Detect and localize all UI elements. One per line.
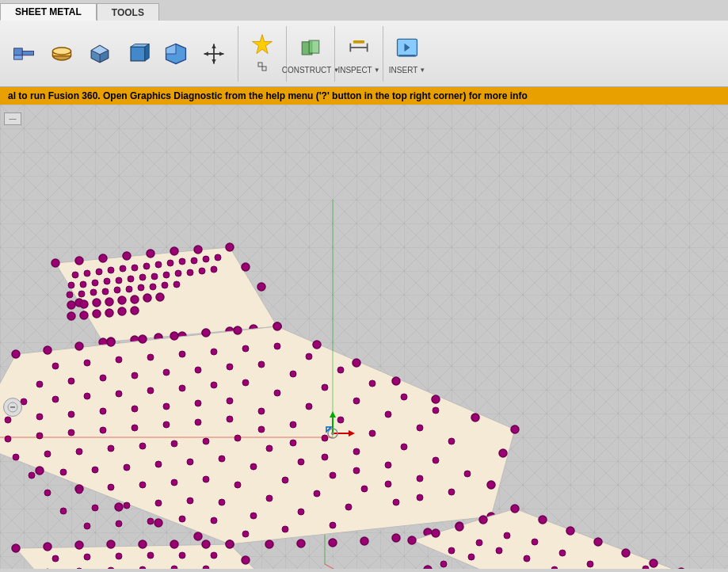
svg-point-147 <box>52 363 59 369</box>
svg-point-89 <box>211 266 217 273</box>
svg-point-213 <box>290 440 296 446</box>
svg-point-297 <box>171 566 177 569</box>
svg-point-240 <box>314 490 320 497</box>
svg-point-235 <box>155 461 162 467</box>
toolbar: SHEET METAL TOOLS <box>0 0 728 87</box>
box-icon <box>86 40 114 68</box>
svg-point-108 <box>67 312 75 320</box>
svg-point-173 <box>448 438 455 444</box>
inspect-button[interactable]: INSPECT ▼ <box>341 32 376 76</box>
svg-point-254 <box>124 502 130 509</box>
svg-point-78 <box>80 281 86 288</box>
svg-point-204 <box>5 436 11 442</box>
svg-rect-29 <box>353 40 364 44</box>
assemble-star-button[interactable] <box>245 32 280 76</box>
svg-point-219 <box>44 451 51 457</box>
svg-point-275 <box>242 556 250 564</box>
svg-point-288 <box>84 554 90 560</box>
svg-point-83 <box>139 274 146 280</box>
svg-marker-18 <box>212 59 215 63</box>
svg-marker-17 <box>212 44 215 48</box>
svg-point-211 <box>227 416 233 422</box>
svg-point-113 <box>131 307 139 315</box>
svg-point-104 <box>118 296 126 304</box>
panel-toggle-icon: — <box>10 115 17 123</box>
svg-point-171 <box>385 411 391 418</box>
svg-point-164 <box>163 369 170 376</box>
panel-toggle-button[interactable]: — <box>4 112 21 125</box>
svg-point-143 <box>115 503 123 511</box>
svg-point-343 <box>524 555 530 562</box>
tab-tools[interactable]: TOOLS <box>97 3 159 21</box>
svg-point-123 <box>273 322 281 330</box>
sep4 <box>383 26 383 82</box>
construct-button[interactable]: CONSTRUCT ▼ <box>293 32 328 76</box>
svg-rect-1 <box>22 51 33 55</box>
svg-point-112 <box>118 307 126 315</box>
flange-icon <box>10 40 38 68</box>
svg-point-237 <box>219 456 225 462</box>
svg-point-139 <box>265 540 273 548</box>
svg-point-274 <box>226 540 234 548</box>
svg-point-53 <box>257 283 265 291</box>
svg-point-96 <box>138 284 144 291</box>
svg-point-110 <box>93 310 101 318</box>
svg-point-167 <box>258 361 265 368</box>
svg-point-130 <box>499 449 507 457</box>
svg-point-310 <box>511 505 519 513</box>
svg-point-180 <box>211 382 217 388</box>
svg-point-199 <box>322 435 328 441</box>
tab-sheet-metal[interactable]: SHEET METAL <box>0 3 97 21</box>
svg-point-127 <box>432 395 440 403</box>
svg-point-76 <box>215 254 221 261</box>
svg-point-260 <box>84 523 90 529</box>
svg-point-241 <box>345 504 352 510</box>
assemble-star-icon <box>248 32 276 57</box>
svg-point-185 <box>369 430 375 437</box>
svg-point-159 <box>433 407 439 414</box>
left-control-button[interactable] <box>3 398 22 417</box>
app-container: SHEET METAL TOOLS <box>0 0 728 569</box>
box-tool-button[interactable] <box>82 32 117 76</box>
viewport[interactable]: — <box>0 105 728 569</box>
svg-point-230 <box>393 499 399 505</box>
svg-point-121 <box>202 329 210 337</box>
svg-point-148 <box>84 360 90 366</box>
svg-point-95 <box>126 286 132 292</box>
svg-point-103 <box>105 298 113 306</box>
move-tool-button[interactable] <box>196 32 231 76</box>
svg-point-71 <box>155 261 162 268</box>
svg-point-158 <box>401 394 407 400</box>
svg-point-191 <box>68 411 74 418</box>
shape2-tool-button[interactable] <box>120 32 155 76</box>
svg-point-176 <box>84 393 90 399</box>
svg-point-116 <box>44 346 51 354</box>
svg-point-216 <box>385 481 391 487</box>
insert-button[interactable]: INSERT ▼ <box>390 32 425 76</box>
svg-point-269 <box>75 541 83 549</box>
svg-point-137 <box>329 539 337 547</box>
svg-point-194 <box>163 403 170 410</box>
svg-point-170 <box>353 398 360 404</box>
svg-point-66 <box>96 269 102 275</box>
svg-point-52 <box>242 263 250 271</box>
svg-point-177 <box>116 391 122 397</box>
svg-point-233 <box>92 467 98 473</box>
sheet-tool-button[interactable] <box>44 32 79 76</box>
svg-point-212 <box>258 426 265 433</box>
svg-point-102 <box>93 299 101 307</box>
svg-point-93 <box>102 288 109 295</box>
svg-point-232 <box>60 469 67 475</box>
svg-point-70 <box>143 263 150 269</box>
svg-point-183 <box>306 403 312 410</box>
svg-point-208 <box>131 425 138 431</box>
svg-point-200 <box>353 448 360 455</box>
svg-point-263 <box>179 516 185 522</box>
svg-point-250 <box>298 509 304 515</box>
construct-icon <box>296 33 325 62</box>
svg-point-161 <box>68 378 74 384</box>
svg-point-145 <box>36 467 44 475</box>
svg-point-151 <box>179 351 185 357</box>
shape3-tool-button[interactable] <box>158 32 193 76</box>
flange-tool-button[interactable] <box>6 32 41 76</box>
